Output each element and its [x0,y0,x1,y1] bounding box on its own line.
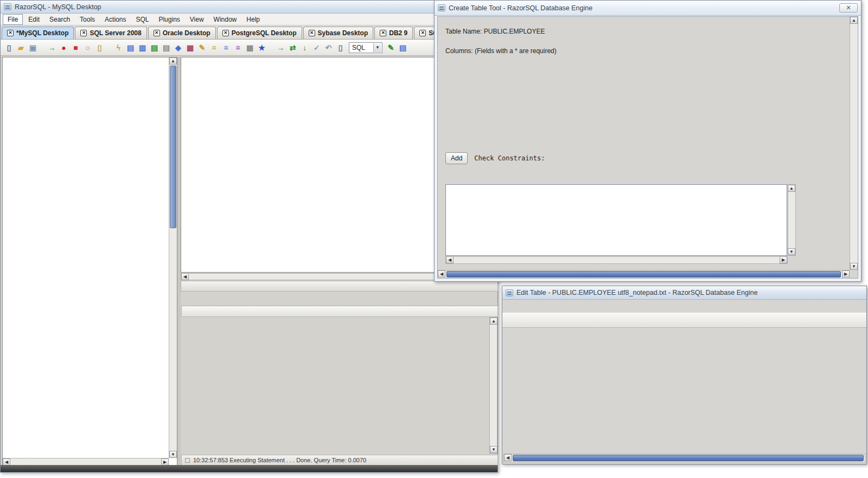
close-icon[interactable]: ✕ [839,3,858,12]
columns-icon[interactable]: ▦ [185,42,195,53]
scroll-left-icon[interactable]: ◀ [446,256,454,263]
table-name-label: Table Name: [445,28,482,35]
main-window-title: RazorSQL - MySQL Desktop [15,3,101,11]
tree-horizontal-scrollbar[interactable]: ◀ ▶ [3,458,169,466]
close-tab-icon[interactable]: ✕ [154,30,160,36]
stop-icon[interactable]: ■ [71,42,81,53]
menu-window[interactable]: Window [209,15,241,24]
menu-plugins[interactable]: Plugins [154,15,184,24]
main-toolbar: ▯▰▣→●■○▯ϟ▤▥▤▤◆▦✎≡≡≡▦★→⇄↓✓↶▯SQL▼✎▤ [1,40,497,56]
find-icon[interactable]: ▥ [137,42,148,53]
undo-icon[interactable]: ↶ [323,42,334,53]
tab-label: Sybase Desktop [318,29,368,37]
save-icon[interactable]: ▣ [28,42,38,53]
scroll-up-icon[interactable]: ▲ [169,57,177,64]
connection-tab-sybase-desktop[interactable]: ✕Sybase Desktop [303,27,374,39]
align-center-icon[interactable]: ≡ [221,42,231,53]
menu-edit[interactable]: Edit [24,15,44,24]
close-tab-icon[interactable]: ✕ [222,30,229,36]
menu-search[interactable]: Search [45,15,74,24]
connection-tab-oracle-desktop[interactable]: ✕Oracle Desktop [148,27,216,39]
edit-table-title: Edit Table - PUBLIC.EMPLOYEE utf8_notepa… [516,289,758,296]
list2-icon[interactable]: ▤ [398,42,408,53]
commit-icon[interactable]: ▯ [94,42,105,53]
scroll-up-icon[interactable]: ▲ [850,17,858,24]
go-icon[interactable]: → [276,42,286,53]
close-tab-icon[interactable]: ✕ [419,30,426,36]
format-icon[interactable]: ◆ [173,42,183,53]
edit-table-scroll-thumb[interactable] [513,455,864,461]
scroll-left-icon[interactable]: ◀ [438,270,445,277]
close-tab-icon[interactable]: ✕ [309,30,315,36]
edit-table-titlebar[interactable]: Edit Table - PUBLIC.EMPLOYEE utf8_notepa… [502,286,866,300]
close-tab-icon[interactable]: ✕ [80,30,87,36]
connection-tab-sql-server-2008[interactable]: ✕SQL Server 2008 [75,27,146,39]
razorsql-logo-icon [506,289,513,296]
dialog-titlebar[interactable]: Create Table Tool - RazorSQL Database En… [435,1,861,16]
toolbar-separator [106,42,112,53]
close-tab-icon[interactable]: ✕ [7,30,14,36]
database-tree-panel: ▲ ▼ ◀ ▶ [2,57,177,466]
disconnect-icon[interactable]: ● [59,42,69,53]
scroll-up-icon[interactable]: ▲ [490,318,497,325]
scroll-down-icon[interactable]: ▼ [850,263,858,270]
dialog-horizontal-scrollbar[interactable]: ◀ ▶ [438,270,850,278]
scroll-right-icon[interactable]: ▶ [780,256,787,263]
dialog-vertical-scrollbar[interactable]: ▲ ▼ [850,17,858,270]
scroll-left-icon[interactable]: ◀ [504,454,512,461]
favorites-icon[interactable]: ★ [257,42,267,53]
connection-tab-postgresql-desktop[interactable]: ✕PostgreSQL Desktop [217,27,302,39]
sql-mode-dropdown[interactable]: SQL▼ [349,42,382,53]
menu-tools[interactable]: Tools [75,15,99,24]
sql-vertical-scrollbar[interactable]: ▲ ▼ [788,184,796,256]
results-vertical-scrollbar[interactable]: ▲ ▼ [489,317,497,454]
scroll-right-icon[interactable]: ▶ [842,270,850,277]
connection-tab-db2-9[interactable]: ✕DB2 9 [374,27,413,39]
tree-vertical-scrollbar[interactable]: ▲ ▼ [169,57,177,458]
menu-actions[interactable]: Actions [100,15,130,24]
menu-sql[interactable]: SQL [131,15,153,24]
tree-scroll-thumb[interactable] [170,66,176,228]
scroll-down-icon[interactable]: ▼ [169,451,177,458]
columns-note: Columns: (Fields with a * are required) [445,47,557,55]
scroll-up-icon[interactable]: ▲ [788,185,795,192]
menu-help[interactable]: Help [242,15,264,24]
close-tab-icon[interactable]: ✕ [380,30,386,36]
menu-view[interactable]: View [186,15,208,24]
new-page-icon[interactable]: ▯ [335,42,346,53]
edit-table-horizontal-scrollbar[interactable]: ◀ [503,454,865,462]
generated-sql-textarea[interactable] [445,184,787,256]
align-right-icon[interactable]: ≡ [233,42,243,53]
key-icon[interactable]: ▦ [245,42,255,53]
new-file-icon[interactable]: ▯ [4,42,14,53]
scroll-left-icon[interactable]: ◀ [181,273,189,280]
fetch-icon[interactable]: ↓ [299,42,310,53]
tools-icon[interactable]: ✎ [386,42,396,53]
execute-icon[interactable]: ϟ [113,42,124,53]
dialog-scroll-thumb[interactable] [446,271,841,277]
chevron-down-icon[interactable]: ▼ [373,43,381,52]
connection-tab-mysql-desktop[interactable]: ✕*MySQL Desktop [2,27,74,39]
tab-label: PostgreSQL Desktop [232,29,297,37]
align-left-icon[interactable]: ≡ [209,42,219,53]
sql-horizontal-scrollbar[interactable]: ◀ ▶ [445,256,788,264]
sync-icon[interactable]: ⇄ [288,42,298,53]
copy-page-icon[interactable]: ▤ [161,42,171,53]
create-table-dialog: Create Table Tool - RazorSQL Database En… [434,0,861,282]
scroll-down-icon[interactable]: ▼ [788,248,795,255]
open-icon[interactable]: ▰ [16,42,26,53]
menubar: FileEditSearchToolsActionsSQLPluginsView… [1,14,497,25]
toolbar-separator [269,42,274,53]
edit-sql-icon[interactable]: ✎ [197,42,207,53]
add-column-button[interactable]: Add [445,152,468,164]
menu-file[interactable]: File [3,14,23,25]
connect-icon[interactable]: → [47,42,57,53]
check-icon[interactable]: ✓ [311,42,322,53]
main-titlebar[interactable]: RazorSQL - MySQL Desktop [1,1,497,14]
describe-icon[interactable]: ▤ [125,42,136,53]
rollback-icon[interactable]: ○ [82,42,93,53]
editor-statusbar [181,281,498,292]
tab-label: *MySQL Desktop [16,29,68,37]
refresh-page-icon[interactable]: ▤ [149,42,159,53]
scroll-down-icon[interactable]: ▼ [490,446,497,453]
